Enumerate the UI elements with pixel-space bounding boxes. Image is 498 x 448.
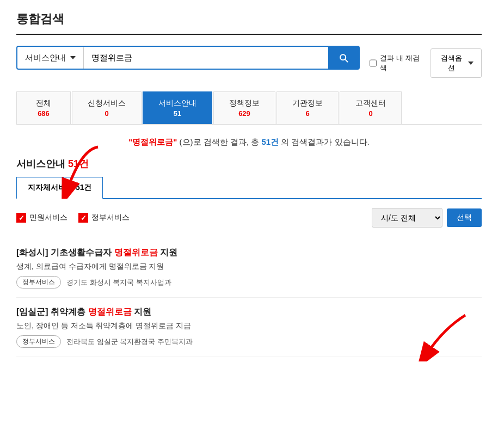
result-1-title-prefix: [화성시] 기초생활수급자 [16,248,112,257]
result-item-2-desc: 노인, 장애인 등 저소득 취약계층에 명절위로금 지급 [16,321,482,331]
section-title-text: 서비스안내 [16,158,65,169]
chevron-down-icon [468,62,474,65]
tab-org-count: 6 [292,109,323,118]
chevron-down-icon [70,56,76,59]
page-title: 통합검색 [16,11,482,35]
tab-org[interactable]: 기관정보 6 [276,91,339,124]
result-2-desc-suffix: 지급 [176,321,191,330]
checkbox-minwon-label: 민원서비스 [29,213,67,223]
select-button[interactable]: 선택 [447,208,482,227]
result-item-2-title: [임실군] 취약계층 명절위로금 지원 [16,306,482,318]
section-count-val: 51건 [68,158,89,169]
tab-all[interactable]: 전체 686 [16,91,71,124]
search-icon [338,52,349,63]
tab-policy[interactable]: 정책정보 629 [213,91,275,124]
tab-apply-label: 신청서비스 [88,99,126,108]
section-title: 서비스안내 51건 [16,157,482,170]
result-2-title-prefix: [임실군] 취약계층 [16,307,85,316]
result-item-2-meta: 정부서비스 전라북도 임실군 복지환경국 주민복지과 [16,335,482,348]
filter-right: 시/도 전체 서울특별시 부산광역시 대구광역시 인천광역시 광주광역시 대전광… [372,208,482,228]
result-keyword: "명절위로금" [128,137,177,146]
re-search-checkbox[interactable] [370,59,377,67]
result-summary-suffix: 의 검색결과가 있습니다. [281,137,370,146]
checkbox-minwon-box[interactable] [16,213,26,223]
result-2-tag: 정부서비스 [16,335,61,348]
result-2-title-keyword: 명절위로금 [88,307,132,316]
re-search-label: 결과 내 재검색 [380,53,423,73]
region-select[interactable]: 시/도 전체 서울특별시 부산광역시 대구광역시 인천광역시 광주광역시 대전광… [372,208,442,228]
search-button[interactable] [328,47,359,69]
tab-cs-label: 고객센터 [355,99,386,108]
search-options-label: 검색옵션 [439,53,465,73]
search-options-button[interactable]: 검색옵션 [431,48,482,78]
result-1-title-suffix: 지원 [160,248,177,257]
sub-tabs: 지자체서비스 51건 [16,177,482,199]
tab-service-label: 서비스안내 [158,99,196,108]
result-1-title-keyword: 명절위로금 [114,248,158,257]
tab-all-label: 전체 [32,99,55,108]
checkbox-government-label: 정부서비스 [91,213,130,223]
result-item-1: [화성시] 기초생활수급자 명절위로금 지원 생계, 의료급여 수급자에게 명절… [16,238,482,298]
sub-tab-local-service[interactable]: 지자체서비스 51건 [16,177,103,199]
result-2-meta-text: 전라북도 임실군 복지환경국 주민복지과 [66,337,193,347]
search-bar: 서비스안내 [16,46,360,70]
tab-org-label: 기관정보 [292,99,323,108]
checkbox-government-box[interactable] [78,213,88,223]
tab-apply[interactable]: 신청서비스 0 [72,91,142,124]
filter-row: 민원서비스 정부서비스 시/도 전체 서울특별시 부산광역시 대구광역시 인천광… [16,208,482,228]
result-1-desc-prefix: 생계, 의료급여 수급자에게 [16,262,107,271]
result-1-desc-keyword: 명절위로금 [109,262,147,271]
result-summary-text: (으)로 검색한 결과, 총 [180,137,262,146]
result-2-desc-prefix: 노인, 장애인 등 저소득 취약계층에 [16,321,133,330]
tab-policy-label: 정책정보 [229,99,260,108]
tab-service[interactable]: 서비스안내 51 [143,91,212,124]
result-2-title-suffix: 지원 [134,307,151,316]
result-count: 51건 [261,137,279,146]
filter-checkboxes: 민원서비스 정부서비스 [16,213,130,223]
search-input[interactable] [84,48,328,68]
result-summary: "명절위로금" (으)로 검색한 결과, 총 51건 의 검색결과가 있습니다. [16,136,482,149]
result-1-desc-suffix: 지원 [149,262,164,271]
tab-cs-count: 0 [355,109,386,118]
tab-policy-count: 629 [229,109,260,118]
search-category-selector[interactable]: 서비스안내 [17,47,84,69]
result-item-1-meta: 정부서비스 경기도 화성시 복지국 복지사업과 [16,276,482,289]
result-item-1-desc: 생계, 의료급여 수급자에게 명절위로금 지원 [16,262,482,272]
tab-apply-count: 0 [88,109,126,118]
tabs-container: 전체 686 신청서비스 0 서비스안내 51 정책정보 629 기관정보 6 … [16,91,482,125]
tab-service-count: 51 [158,109,196,118]
tab-cs[interactable]: 고객센터 0 [340,91,402,124]
result-1-tag: 정부서비스 [16,276,61,289]
result-2-desc-keyword: 명절위로금 [136,321,174,330]
tab-all-count: 686 [32,109,55,118]
result-1-meta-text: 경기도 화성시 복지국 복지사업과 [66,278,171,287]
checkbox-minwon[interactable]: 민원서비스 [16,213,67,223]
result-item-2: [임실군] 취약계층 명절위로금 지원 노인, 장애인 등 저소득 취약계층에 … [16,298,482,357]
result-item-1-title: [화성시] 기초생활수급자 명절위로금 지원 [16,247,482,259]
checkbox-government[interactable]: 정부서비스 [78,213,130,223]
search-category-label: 서비스안내 [25,53,66,63]
re-search-checkbox-label[interactable]: 결과 내 재검색 [370,53,423,73]
